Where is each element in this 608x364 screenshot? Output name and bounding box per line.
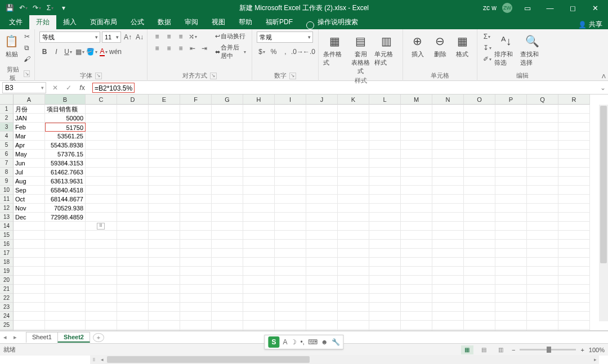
cell[interactable] [432, 330, 464, 331]
cell[interactable] [432, 222, 464, 231]
cell[interactable] [117, 267, 149, 276]
cell[interactable] [117, 213, 149, 222]
cell[interactable] [149, 141, 180, 150]
cell[interactable] [275, 168, 306, 177]
decrease-font-icon[interactable]: A↓ [135, 32, 145, 42]
comma-icon[interactable]: , [280, 47, 290, 57]
cell[interactable] [306, 177, 338, 186]
autosum-icon[interactable]: Σ [44, 2, 56, 14]
cell[interactable] [180, 186, 212, 195]
cell[interactable] [495, 222, 527, 231]
cell[interactable] [369, 204, 401, 213]
row-header[interactable]: 1 [0, 105, 14, 114]
avatar[interactable]: ZW [502, 3, 512, 13]
cell[interactable] [243, 222, 275, 231]
insert-function-icon[interactable]: fx [75, 84, 89, 92]
zoom-in-button[interactable]: + [580, 347, 584, 353]
phonetic-icon[interactable]: wén [110, 47, 120, 57]
name-box[interactable]: B3 [2, 82, 46, 93]
normal-view-icon[interactable]: ▦ [461, 345, 473, 354]
cell[interactable] [243, 177, 275, 186]
cell[interactable] [149, 177, 180, 186]
cell[interactable] [117, 276, 149, 285]
cell[interactable] [45, 276, 86, 285]
cell[interactable] [149, 150, 180, 159]
close-button[interactable]: ✕ [585, 1, 605, 15]
cell[interactable] [180, 267, 212, 276]
cell[interactable] [117, 150, 149, 159]
cell[interactable] [86, 123, 117, 132]
spreadsheet-grid[interactable]: ABCDEFGHIJKLMNOPQR 123456789101112131415… [0, 95, 608, 331]
scrollbar-thumb[interactable] [600, 106, 607, 263]
cell[interactable] [86, 204, 117, 213]
cell[interactable] [86, 240, 117, 249]
column-header[interactable]: H [243, 95, 275, 105]
cell[interactable] [86, 195, 117, 204]
cell[interactable] [432, 267, 464, 276]
fill-icon[interactable]: ↧ [482, 43, 492, 53]
undo-icon[interactable]: ↶ [17, 2, 29, 14]
cell[interactable]: Oct [14, 195, 45, 204]
column-header[interactable]: L [369, 95, 401, 105]
cell[interactable] [558, 195, 590, 204]
cell[interactable] [275, 132, 306, 141]
row-header[interactable]: 16 [0, 240, 14, 249]
cell[interactable] [212, 195, 243, 204]
cell[interactable] [180, 204, 212, 213]
cell[interactable] [275, 213, 306, 222]
cell[interactable] [338, 294, 369, 303]
cell[interactable] [369, 258, 401, 267]
tab-开始[interactable]: 开始 [29, 15, 56, 29]
cell[interactable] [401, 249, 432, 258]
cell[interactable] [338, 150, 369, 159]
cell[interactable] [432, 150, 464, 159]
format-cells-button[interactable]: ▦格式 [452, 32, 472, 59]
row-header[interactable]: 20 [0, 276, 14, 285]
cell[interactable] [432, 258, 464, 267]
cell[interactable] [45, 330, 86, 331]
cell[interactable] [495, 231, 527, 240]
cell[interactable] [527, 150, 558, 159]
row-headers[interactable]: 1234567891011121314151617181920212223242… [0, 105, 14, 331]
cell[interactable] [527, 204, 558, 213]
cell[interactable] [401, 231, 432, 240]
page-layout-view-icon[interactable]: ▤ [478, 345, 490, 354]
cell[interactable] [464, 312, 495, 321]
cell[interactable]: 项目销售额 [45, 105, 86, 114]
cell[interactable] [86, 105, 117, 114]
cell[interactable] [495, 114, 527, 123]
dialog-launcher-icon[interactable]: ↘ [210, 73, 217, 79]
cell[interactable] [527, 240, 558, 249]
cell[interactable]: Jul [14, 168, 45, 177]
cell[interactable] [86, 231, 117, 240]
cell[interactable] [306, 123, 338, 132]
cell[interactable] [149, 186, 180, 195]
tab-帮助[interactable]: 帮助 [232, 15, 259, 29]
cell[interactable] [117, 303, 149, 312]
cell[interactable] [432, 204, 464, 213]
cell[interactable] [243, 168, 275, 177]
cell[interactable] [14, 231, 45, 240]
cell[interactable] [369, 330, 401, 331]
cell[interactable] [275, 321, 306, 330]
row-header[interactable]: 7 [0, 159, 14, 168]
font-size-select[interactable]: 11 [102, 32, 121, 43]
cell[interactable] [432, 114, 464, 123]
cell[interactable] [306, 213, 338, 222]
column-header[interactable]: E [149, 95, 180, 105]
cell[interactable] [432, 177, 464, 186]
cell[interactable] [432, 105, 464, 114]
cell[interactable] [45, 303, 86, 312]
cell[interactable] [180, 240, 212, 249]
cell[interactable] [464, 213, 495, 222]
cell[interactable] [369, 114, 401, 123]
cell[interactable] [275, 276, 306, 285]
column-header[interactable]: P [495, 95, 527, 105]
cell[interactable]: Feb [14, 123, 45, 132]
cell[interactable] [495, 285, 527, 294]
cell[interactable] [306, 168, 338, 177]
sheet-tab[interactable]: Sheet2 [57, 332, 90, 343]
cell[interactable] [306, 276, 338, 285]
cell[interactable] [401, 258, 432, 267]
cell[interactable] [117, 177, 149, 186]
